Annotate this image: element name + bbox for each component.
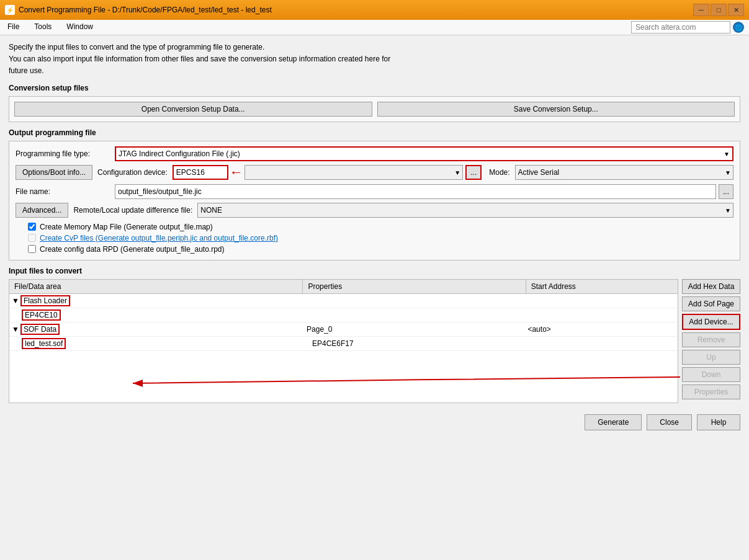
input-files-area: File/Data area Properties Start Address …	[9, 279, 740, 403]
prog-file-type-select-wrapper: JTAG Indirect Configuration File (.jic)	[115, 146, 733, 161]
down-button[interactable]: Down	[682, 367, 740, 382]
prog-file-type-select[interactable]: JTAG Indirect Configuration File (.jic)	[115, 146, 733, 161]
search-input[interactable]	[631, 21, 730, 33]
conversion-setup-label: Conversion setup files	[9, 84, 740, 92]
config-device-row: Options/Boot info... Configuration devic…	[16, 164, 733, 180]
open-conversion-setup-button[interactable]: Open Conversion Setup Data...	[14, 102, 372, 117]
files-table-area: File/Data area Properties Start Address …	[9, 279, 678, 403]
mode-select-wrapper: Active Serial	[515, 165, 733, 180]
input-files-label: Input files to convert	[9, 267, 740, 275]
globe-icon: 🌐	[733, 22, 744, 33]
menu-bar: File Tools Window 🌐	[0, 20, 749, 35]
create-cvp-checkbox[interactable]	[28, 234, 36, 242]
app-icon: ⚡	[5, 5, 15, 15]
output-programming-label: Output programming file	[9, 128, 740, 137]
help-button[interactable]: Help	[697, 414, 740, 430]
menu-window[interactable]: Window	[64, 21, 96, 33]
close-button[interactable]: ✕	[728, 4, 744, 16]
maximize-button[interactable]: □	[711, 4, 727, 16]
table-row[interactable]: ▼ SOF Data Page_0 <auto>	[9, 322, 678, 337]
remote-select[interactable]: NONE	[197, 203, 733, 218]
add-hex-data-button[interactable]: Add Hex Data	[682, 279, 740, 294]
desc-line2: You can also import input file informati…	[9, 53, 740, 65]
advanced-row: Advanced... Remote/Local update differen…	[16, 203, 733, 218]
checkbox2-row: Create CvP files (Generate output_file.p…	[16, 233, 733, 244]
title-bar: ⚡ Convert Programming File - D:/Trunk/Co…	[0, 0, 749, 20]
right-buttons-panel: Add Hex Data Add Sof Page Add Device... …	[678, 279, 740, 403]
main-content: Specify the input files to convert and t…	[0, 35, 749, 409]
led-test-props: EP4CE6F17	[312, 339, 530, 348]
config-device-label: Configuration device:	[97, 168, 168, 177]
prog-file-type-label: Programming file type:	[16, 149, 115, 158]
desc-line1: Specify the input files to convert and t…	[9, 42, 740, 53]
config-device-select-wrapper	[244, 165, 463, 180]
window-title: Convert Programming File - D:/Trunk/Code…	[19, 6, 272, 14]
tree-expand-icon-sof: ▼	[12, 325, 19, 334]
filename-label: File name:	[16, 187, 115, 196]
col-start-address: Start Address	[526, 280, 678, 293]
config-device-select[interactable]	[244, 165, 463, 180]
led-test-box: led_test.sof	[22, 338, 66, 349]
minimize-button[interactable]: ─	[693, 4, 709, 16]
create-memory-map-checkbox[interactable]	[28, 223, 36, 231]
sof-data-addr: <auto>	[527, 325, 675, 334]
create-config-rpd-checkbox[interactable]	[28, 245, 36, 253]
table-row[interactable]: led_test.sof EP4CE6F17	[9, 337, 678, 351]
config-browse-button[interactable]: ...	[465, 165, 482, 180]
col-properties: Properties	[303, 280, 526, 293]
generate-button[interactable]: Generate	[585, 414, 642, 430]
advanced-button[interactable]: Advanced...	[16, 203, 68, 218]
remove-button[interactable]: Remove	[682, 332, 740, 347]
checkbox3-row: Create config data RPD (Generate output_…	[16, 244, 733, 255]
checkbox1-label: Create Memory Map File (Generate output_…	[40, 223, 213, 231]
conversion-setup-section: Open Conversion Setup Data... Save Conve…	[9, 96, 740, 122]
col-file-data-area: File/Data area	[9, 280, 303, 293]
save-conversion-setup-button[interactable]: Save Conversion Setup...	[377, 102, 735, 117]
files-table-header: File/Data area Properties Start Address	[9, 280, 678, 294]
options-boot-button[interactable]: Options/Boot info...	[16, 165, 92, 180]
mode-label: Mode:	[489, 168, 509, 177]
table-row[interactable]: ▼ Flash Loader	[9, 294, 678, 308]
sof-data-box: SOF Data	[20, 324, 60, 335]
filename-browse-button[interactable]: ...	[719, 184, 733, 199]
table-row[interactable]: EP4CE10	[9, 308, 678, 322]
properties-button[interactable]: Properties	[682, 384, 740, 399]
remote-select-wrapper: NONE	[197, 203, 733, 218]
sof-data-props: Page_0	[307, 325, 527, 334]
ep4ce10-box: EP4CE10	[22, 309, 61, 321]
filename-input[interactable]	[115, 184, 716, 199]
flash-loader-box: Flash Loader	[20, 295, 70, 306]
config-device-input[interactable]	[173, 165, 228, 180]
checkbox2-label: Create CvP files (Generate output_file.p…	[40, 234, 278, 242]
menu-tools[interactable]: Tools	[32, 21, 54, 33]
filename-row: File name: ...	[16, 184, 733, 199]
close-button-bottom[interactable]: Close	[647, 414, 692, 430]
output-programming-section: Programming file type: JTAG Indirect Con…	[9, 141, 740, 260]
description: Specify the input files to convert and t…	[9, 42, 740, 78]
remote-label: Remote/Local update difference file:	[73, 206, 192, 215]
checkbox3-label: Create config data RPD (Generate output_…	[40, 245, 225, 254]
add-sof-page-button[interactable]: Add Sof Page	[682, 296, 740, 311]
desc-line3: future use.	[9, 65, 740, 77]
menu-file[interactable]: File	[5, 21, 22, 33]
prog-file-type-row: Programming file type: JTAG Indirect Con…	[16, 146, 733, 161]
tree-expand-icon: ▼	[12, 296, 19, 305]
up-button[interactable]: Up	[682, 350, 740, 365]
add-device-button[interactable]: Add Device...	[682, 314, 740, 330]
checkbox1-row: Create Memory Map File (Generate output_…	[16, 221, 733, 233]
bottom-bar: Generate Close Help	[0, 409, 749, 435]
mode-select[interactable]: Active Serial	[515, 165, 733, 180]
